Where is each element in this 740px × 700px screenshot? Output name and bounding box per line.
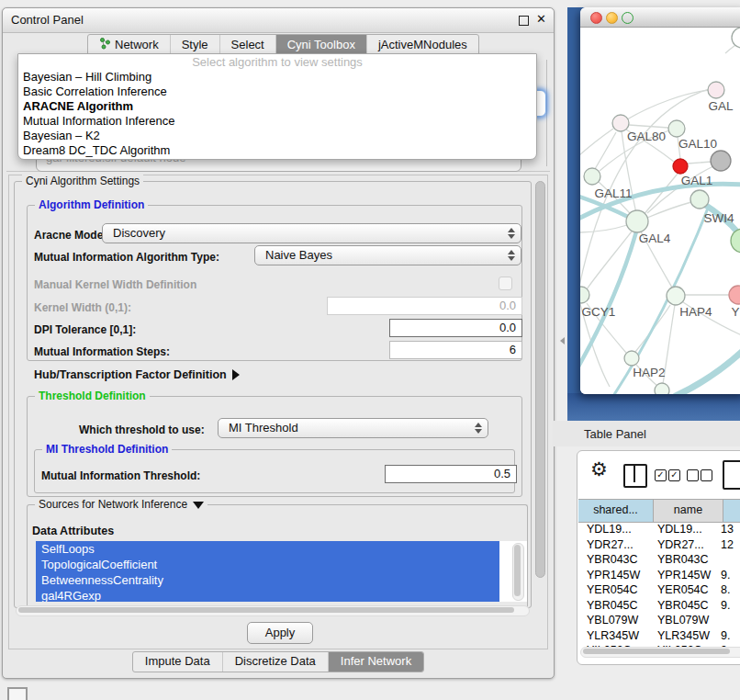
- tab-select[interactable]: Select: [219, 35, 275, 55]
- table-row[interactable]: YLR345WYLR345W9.: [578, 628, 740, 644]
- unchecked-checkbox-icon[interactable]: [701, 469, 712, 481]
- network-node-hap4[interactable]: [667, 287, 685, 305]
- which-threshold-select[interactable]: MI Threshold: [218, 418, 488, 438]
- list-item[interactable]: gal4RGexp: [36, 588, 499, 602]
- panel-resize-grip[interactable]: [560, 337, 565, 344]
- dropdown-item[interactable]: Mutual Information Inference: [18, 114, 536, 129]
- network-node-gal1[interactable]: [673, 159, 688, 174]
- float-window-icon[interactable]: [519, 16, 529, 26]
- column-header-shared-name[interactable]: shared...: [578, 500, 654, 522]
- network-edge[interactable]: [647, 202, 691, 218]
- table-row[interactable]: YBR043CYBR043C: [578, 552, 740, 568]
- table-panel-titlebar: Table Panel: [553, 421, 740, 446]
- tab-jactivemnodules[interactable]: jActiveMNodules: [366, 35, 478, 55]
- network-window-titlebar[interactable]: [580, 7, 740, 28]
- mi-steps-field[interactable]: 6: [389, 341, 522, 359]
- dropdown-item[interactable]: Bayesian – Hill Climbing: [18, 70, 536, 85]
- mi-type-select[interactable]: Naive Bayes: [254, 245, 521, 265]
- tab-infer-network[interactable]: Infer Network: [328, 652, 423, 672]
- dpi-tolerance-field[interactable]: 0.0: [389, 319, 522, 337]
- table-header-row: shared... name: [578, 499, 740, 523]
- stepper-icon: [474, 422, 481, 435]
- network-edge[interactable]: [627, 90, 709, 119]
- table-row[interactable]: YER054CYER054C8.: [578, 582, 740, 598]
- manual-kernel-checkbox[interactable]: [499, 277, 512, 290]
- network-node-y[interactable]: [729, 286, 740, 304]
- minimize-traffic-light-icon[interactable]: [606, 12, 618, 24]
- network-node[interactable]: [711, 151, 731, 171]
- which-threshold-value: MI Threshold: [229, 421, 298, 435]
- tab-label: Select: [231, 38, 264, 51]
- network-node-swi4[interactable]: [690, 190, 709, 209]
- zoom-traffic-light-icon[interactable]: [622, 12, 633, 24]
- network-node-label: GAL4: [639, 231, 671, 245]
- network-canvas[interactable]: GALGAL80GAL10GAL1SWI4GAL11GAL4GCY1HAP4YH…: [580, 28, 740, 394]
- settings-vertical-scrollbar[interactable]: [533, 179, 545, 609]
- table-cell: YBL079W: [578, 613, 652, 628]
- network-edge[interactable]: [580, 129, 613, 157]
- network-node-hap2[interactable]: [624, 351, 639, 366]
- list-item[interactable]: SelfLoops: [36, 541, 499, 557]
- table-horizontal-scrollbar[interactable]: [580, 647, 740, 658]
- hidden-groupbox-edge: [546, 60, 547, 166]
- list-vertical-scrollbar[interactable]: [512, 543, 524, 601]
- tab-network[interactable]: Network: [88, 35, 170, 55]
- table-row[interactable]: YDL19...YDL19...13: [578, 522, 740, 537]
- network-edge-highlighted[interactable]: [676, 350, 740, 394]
- network-node[interactable]: [655, 383, 669, 394]
- table-row[interactable]: YBL079WYBL079W: [578, 613, 740, 628]
- network-edge[interactable]: [580, 225, 627, 232]
- table-row[interactable]: YPR145WYPR145W9.: [578, 568, 740, 583]
- hub-definition-expander[interactable]: Hub/Transcription Factor Definition: [34, 368, 240, 381]
- settings-horizontal-scrollbar[interactable]: [16, 605, 530, 616]
- gear-icon[interactable]: ⚙: [590, 458, 608, 480]
- dropdown-item[interactable]: Bayesian – K2: [18, 129, 536, 143]
- dropdown-item[interactable]: ARACNE Algorithm: [18, 99, 536, 114]
- network-node-gal[interactable]: [708, 82, 724, 98]
- dropdown-item[interactable]: Dream8 DC_TDC Algorithm: [18, 143, 536, 158]
- network-node-gcy1[interactable]: [580, 287, 589, 303]
- document-icon[interactable]: [723, 460, 740, 490]
- network-node-gal4[interactable]: [626, 210, 648, 232]
- network-edge[interactable]: [595, 132, 616, 169]
- column-header-name[interactable]: name: [654, 500, 723, 522]
- list-item[interactable]: TopologicalCoefficient: [36, 557, 499, 572]
- network-node-label: GAL: [708, 99, 734, 113]
- close-traffic-light-icon[interactable]: [590, 12, 602, 24]
- network-node-gal11[interactable]: [584, 168, 600, 185]
- table-row[interactable]: YDR27...YDR27...12: [578, 537, 740, 553]
- apply-button[interactable]: Apply: [247, 622, 313, 644]
- network-edge[interactable]: [629, 125, 668, 128]
- network-node-gal10[interactable]: [668, 120, 685, 137]
- column-header-clipped[interactable]: [723, 500, 740, 522]
- network-node[interactable]: [731, 229, 740, 253]
- aracne-mode-select[interactable]: Discovery: [102, 223, 521, 243]
- split-columns-icon[interactable]: [623, 464, 647, 488]
- minimized-panel-icon[interactable]: [7, 687, 28, 700]
- dropdown-item[interactable]: Basic Correlation Inference: [18, 85, 536, 99]
- tab-discretize-data[interactable]: Discretize Data: [222, 652, 328, 672]
- table-cell: 9.: [718, 598, 740, 614]
- control-panel-title: Control Panel: [11, 13, 84, 27]
- network-node[interactable]: [732, 28, 740, 48]
- network-edge[interactable]: [688, 162, 712, 164]
- mi-threshold-field[interactable]: 0.5: [385, 465, 517, 483]
- close-icon[interactable]: ✕: [536, 12, 546, 26]
- tab-impute-data[interactable]: Impute Data: [133, 652, 222, 672]
- expander-right-icon: [232, 369, 240, 380]
- table-cell: 13: [718, 522, 740, 537]
- group-title[interactable]: Sources for Network Inference: [35, 498, 207, 511]
- table-cell: YPR145W: [578, 568, 652, 583]
- data-attributes-list[interactable]: SelfLoopsTopologicalCoefficientBetweenne…: [36, 541, 527, 602]
- table-cell: [718, 613, 740, 628]
- tab-cyni-toolbox[interactable]: Cyni Toolbox: [275, 35, 366, 55]
- list-item[interactable]: BetweennessCentrality: [36, 572, 499, 588]
- collapse-down-icon: [193, 502, 204, 509]
- kernel-width-field[interactable]: 0.0: [327, 297, 522, 315]
- tab-style[interactable]: Style: [170, 35, 219, 55]
- checked-checkbox-icon[interactable]: ✓: [655, 469, 667, 481]
- network-edge[interactable]: [587, 231, 632, 289]
- table-row[interactable]: YBR045CYBR045C9.: [578, 598, 740, 614]
- checked-checkbox-icon[interactable]: ✓: [668, 469, 680, 481]
- unchecked-checkbox-icon[interactable]: [687, 469, 699, 481]
